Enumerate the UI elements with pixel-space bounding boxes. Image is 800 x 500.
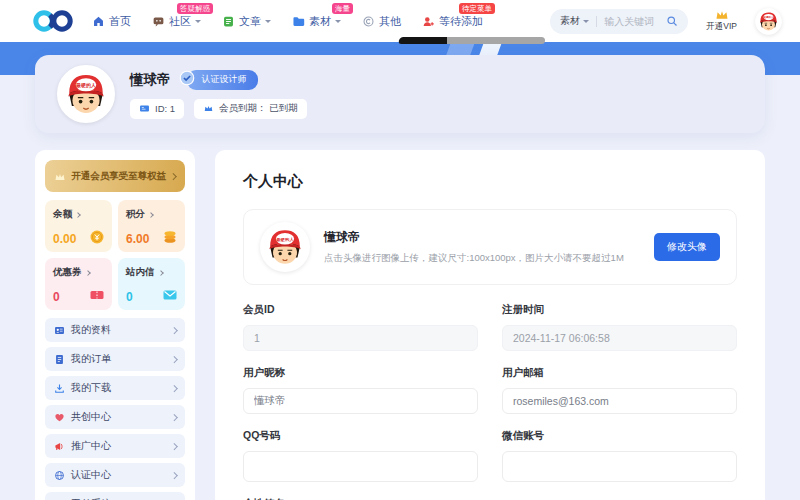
- messages-label: 站内信: [126, 266, 155, 279]
- user-id-label: ID: 1: [155, 103, 175, 114]
- profile-hero-info: 懂球帝 认证设计师 ID: 1 会员到期： 已到期: [130, 70, 307, 119]
- sidebar-item-ticket-system[interactable]: 工单系统: [45, 492, 185, 500]
- search-category-select[interactable]: 素材: [560, 14, 589, 28]
- nav-item-community[interactable]: 社区 答疑解惑: [152, 14, 201, 29]
- chevron-right-icon: [75, 212, 80, 217]
- nav-item-home[interactable]: 首页: [92, 14, 131, 29]
- avatar-card-name: 懂球帝: [324, 229, 624, 246]
- nav-label: 素材: [309, 14, 331, 29]
- nav-label: 首页: [109, 14, 131, 29]
- open-vip-button[interactable]: 开通VIP: [706, 9, 737, 33]
- search-category-value: 素材: [560, 14, 580, 28]
- sidebar-item-label: 认证中心: [71, 468, 111, 482]
- upload-avatar[interactable]: [260, 222, 310, 272]
- sidebar-item-label: 我的下载: [71, 381, 111, 395]
- member-id-field-group: 会员ID: [243, 303, 478, 351]
- avatar-upload-card: 懂球帝 点击头像进行图像上传，建议尺寸:100x100px，图片大小请不要超过1…: [243, 209, 737, 285]
- change-avatar-button[interactable]: 修改头像: [654, 233, 720, 261]
- nav-label: 文章: [239, 14, 261, 29]
- nav-item-materials[interactable]: 素材 海量: [292, 14, 341, 29]
- avatar-card-info: 懂球帝 点击头像进行图像上传，建议尺寸:100x100px，图片大小请不要超过1…: [324, 229, 624, 265]
- nav-label: 社区: [169, 14, 191, 29]
- wechat-field-group: 微信账号: [502, 429, 737, 482]
- wechat-field[interactable]: [502, 451, 737, 482]
- search-bar: 素材: [550, 9, 688, 34]
- nav-label: 等待添加: [439, 14, 483, 29]
- nav-item-other[interactable]: 其他: [362, 14, 401, 29]
- nickname-field-group: 用户昵称: [243, 366, 478, 414]
- certified-designer-badge: 认证设计师: [187, 70, 258, 90]
- chevron-right-icon: [148, 212, 153, 217]
- coupons-card[interactable]: 优惠券 0: [45, 258, 112, 310]
- qq-field[interactable]: [243, 451, 478, 482]
- avatar-upload-hint: 点击头像进行图像上传，建议尺寸:100x100px，图片大小请不要超过1M: [324, 252, 624, 265]
- banner-gray-strip: [447, 37, 545, 44]
- divider: [596, 16, 597, 27]
- sidebar-item-cocreation-center[interactable]: 共创中心: [45, 405, 185, 429]
- points-label: 积分: [126, 208, 145, 221]
- register-time-field-group: 注册时间: [502, 303, 737, 351]
- member-id-label: 会员ID: [243, 303, 478, 317]
- crown-icon: [54, 172, 66, 181]
- member-id-field: [243, 325, 478, 351]
- points-card[interactable]: 积分 6.00: [118, 200, 185, 252]
- profile-avatar: [57, 65, 115, 123]
- crown-icon: [714, 9, 730, 20]
- email-label: 用户邮箱: [502, 366, 737, 380]
- register-time-label: 注册时间: [502, 303, 737, 317]
- page-root: 最硬的人 首页 社区 答疑解惑 文章: [0, 0, 800, 500]
- balance-card[interactable]: 余额 0.00: [45, 200, 112, 252]
- user-avatar[interactable]: [755, 8, 782, 35]
- username: 懂球帝: [130, 71, 171, 89]
- sidebar-item-my-orders[interactable]: 我的订单: [45, 347, 185, 371]
- open-vip-label: 开通VIP: [706, 21, 737, 33]
- pending-icon: [422, 15, 435, 28]
- download-icon: [54, 383, 65, 394]
- wechat-label: 微信账号: [502, 429, 737, 443]
- membership-expiry-badge: 会员到期： 已到期: [194, 99, 307, 119]
- account-stats: 余额 0.00 积分 6.00 优惠券 0 站内信 0: [45, 200, 185, 310]
- sidebar-item-certification-center[interactable]: 认证中心: [45, 463, 185, 487]
- coin-icon: [89, 229, 105, 245]
- chevron-right-icon: [171, 443, 177, 449]
- copyright-icon: [362, 15, 375, 28]
- sidebar-item-label: 推广中心: [71, 439, 111, 453]
- search-icon[interactable]: [666, 15, 678, 27]
- email-field[interactable]: [502, 388, 737, 414]
- membership-crown-icon: [203, 103, 214, 114]
- coins-icon: [162, 229, 178, 245]
- heart-icon: [54, 412, 65, 423]
- sidebar-item-promotion-center[interactable]: 推广中心: [45, 434, 185, 458]
- nickname-field[interactable]: [243, 388, 478, 414]
- certified-designer-label: 认证设计师: [202, 73, 247, 86]
- profile-form: 会员ID 注册时间 用户昵称 用户邮箱 QQ号码 微信账号: [243, 303, 737, 500]
- main-panel: 个人中心 懂球帝 点击头像进行图像上传，建议尺寸:100x100px，图片大小请…: [215, 150, 765, 500]
- chevron-down-icon: [583, 20, 589, 26]
- vip-benefits-label: 开通会员享受至尊权益: [71, 170, 166, 183]
- profile-icon: [54, 325, 65, 336]
- sidebar-item-my-downloads[interactable]: 我的下载: [45, 376, 185, 400]
- sidebar-item-label: 我的订单: [71, 352, 111, 366]
- chevron-right-icon: [171, 472, 177, 478]
- page-title: 个人中心: [243, 172, 737, 191]
- sidebar: 开通会员享受至尊权益 余额 0.00 积分 6.00 优惠券 0 站内信 0: [35, 150, 195, 500]
- vip-benefits-banner[interactable]: 开通会员享受至尊权益: [45, 160, 185, 192]
- nav-item-articles[interactable]: 文章: [222, 14, 271, 29]
- nav-label: 其他: [379, 14, 401, 29]
- chevron-right-icon: [158, 270, 163, 275]
- banner-dark-strip: [398, 37, 450, 44]
- messages-card[interactable]: 站内信 0: [118, 258, 185, 310]
- coupons-label: 优惠券: [53, 266, 82, 279]
- sidebar-item-my-profile[interactable]: 我的资料: [45, 318, 185, 342]
- chevron-right-icon: [171, 327, 177, 333]
- site-logo[interactable]: [30, 8, 76, 34]
- email-field-group: 用户邮箱: [502, 366, 737, 414]
- mail-icon: [162, 287, 178, 303]
- top-navigation-bar: 首页 社区 答疑解惑 文章 素材 海量 其他: [0, 0, 800, 42]
- search-input[interactable]: [604, 16, 660, 27]
- nickname-label: 用户昵称: [243, 366, 478, 380]
- nav-item-pending[interactable]: 等待添加 待定菜单: [422, 14, 483, 29]
- chevron-down-icon: [195, 20, 201, 26]
- coupon-icon: [89, 287, 105, 303]
- profile-hero-card: 懂球帝 认证设计师 ID: 1 会员到期： 已到期: [35, 55, 765, 133]
